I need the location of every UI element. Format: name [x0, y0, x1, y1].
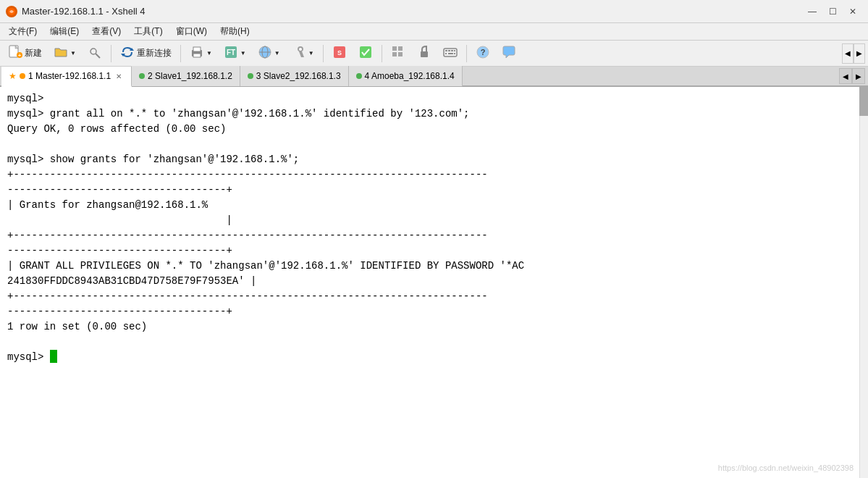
- tab-label-slave2: 3 Slave2_192.168.1.3: [256, 71, 341, 81]
- toolbar-right: ◀ ▶: [842, 43, 865, 64]
- tab-label-slave1: 2 Slave1_192.168.1.2: [148, 71, 232, 81]
- svg-rect-30: [445, 53, 447, 54]
- tools-btn[interactable]: ▼: [287, 43, 319, 64]
- tab-scroll-right[interactable]: ▶: [852, 68, 865, 84]
- tools-icon: [292, 45, 306, 62]
- terminal-content: mysql> mysql> grant all on *.* to 'zhang…: [7, 91, 861, 365]
- svg-rect-10: [193, 54, 201, 57]
- svg-rect-29: [454, 50, 455, 51]
- svg-rect-28: [451, 50, 453, 51]
- scripting-icon: S: [332, 45, 347, 62]
- window-title: Master-192.168.1.1 - Xshell 4: [22, 6, 146, 17]
- svg-rect-23: [398, 52, 403, 56]
- chat-btn[interactable]: [497, 43, 521, 64]
- dropdown-arrow-globe: ▼: [274, 50, 280, 56]
- dropdown-arrow-tools: ▼: [308, 50, 314, 56]
- grid-btn[interactable]: [386, 43, 410, 64]
- grid-icon: [391, 45, 405, 62]
- tab-label-master: 1 Master-192.168.1.1: [28, 71, 111, 81]
- menu-view[interactable]: 查看(V): [86, 24, 127, 39]
- dropdown-arrow-open: ▼: [70, 50, 76, 56]
- minimize-button[interactable]: —: [803, 4, 822, 19]
- new-label: 新建: [25, 47, 42, 59]
- scroll-right-btn[interactable]: ▶: [854, 43, 865, 64]
- scrollbar-thumb[interactable]: [859, 87, 868, 116]
- help-btn[interactable]: ?: [471, 43, 495, 64]
- close-button[interactable]: ✕: [843, 4, 862, 19]
- menu-help[interactable]: 帮助(H): [214, 24, 256, 39]
- lock-icon: [417, 45, 431, 62]
- svg-point-4: [90, 49, 96, 54]
- tab-amoeba[interactable]: 4 Amoeba_192.168.1.4: [349, 66, 463, 86]
- svg-rect-19: [360, 46, 371, 58]
- chat-icon: [502, 45, 516, 62]
- menu-bar: 文件(F) 编辑(E) 查看(V) 工具(T) 窗口(W) 帮助(H): [0, 23, 868, 41]
- tab-master[interactable]: ★ 1 Master-192.168.1.1 ✕: [1, 67, 132, 87]
- watermark: https://blog.csdn.net/weixin_48902398: [718, 464, 854, 472]
- svg-text:S: S: [337, 49, 342, 56]
- dropdown-arrow-transfer: ▼: [240, 50, 246, 56]
- svg-rect-21: [398, 46, 403, 51]
- tab-bar-right: ◀ ▶: [839, 68, 868, 84]
- globe-icon: [258, 45, 272, 62]
- svg-text:FT: FT: [227, 49, 235, 56]
- tab-label-amoeba: 4 Amoeba_192.168.1.4: [365, 71, 455, 81]
- maximize-button[interactable]: ☐: [823, 4, 842, 19]
- key-button[interactable]: [83, 43, 107, 64]
- tab-bar: ★ 1 Master-192.168.1.1 ✕ 2 Slave1_192.16…: [0, 67, 868, 87]
- svg-rect-31: [448, 53, 453, 54]
- separator-1: [111, 45, 111, 62]
- toolbar: + 新建 ▼ 重新连接: [0, 41, 868, 67]
- title-bar-left: Master-192.168.1.1 - Xshell 4: [6, 6, 146, 17]
- terminal-area[interactable]: mysql> mysql> grant all on *.* to 'zhang…: [0, 87, 868, 478]
- svg-rect-32: [454, 53, 455, 54]
- print-icon: [190, 45, 204, 62]
- svg-text:+: +: [18, 52, 22, 59]
- tab-dot-slave1: [139, 73, 145, 79]
- dropdown-arrow-print: ▼: [206, 50, 212, 56]
- svg-rect-20: [392, 46, 397, 51]
- reconnect-button[interactable]: 重新连接: [115, 43, 177, 64]
- tab-slave2[interactable]: 3 Slave2_192.168.1.3: [240, 66, 349, 86]
- svg-rect-22: [392, 52, 397, 56]
- globe-btn[interactable]: ▼: [253, 43, 285, 64]
- svg-rect-25: [444, 49, 457, 56]
- separator-2: [180, 45, 181, 62]
- terminal-cursor: [50, 350, 57, 363]
- scripting-btn[interactable]: S: [327, 43, 352, 64]
- tab-dot-master: [20, 73, 25, 79]
- app-icon: [6, 6, 17, 17]
- check-btn[interactable]: [353, 43, 378, 64]
- tab-dot-amoeba: [356, 73, 362, 79]
- separator-3: [323, 45, 324, 62]
- menu-edit[interactable]: 编辑(E): [44, 24, 85, 39]
- open-icon: [54, 45, 68, 62]
- menu-window[interactable]: 窗口(W): [170, 24, 213, 39]
- svg-text:?: ?: [480, 48, 485, 56]
- key-icon: [88, 45, 102, 62]
- svg-rect-27: [448, 50, 450, 51]
- menu-tools[interactable]: 工具(T): [128, 24, 168, 39]
- svg-rect-9: [193, 47, 201, 51]
- separator-5: [466, 45, 467, 62]
- check-icon: [358, 45, 373, 62]
- open-button[interactable]: ▼: [49, 43, 81, 64]
- reconnect-label: 重新连接: [137, 47, 172, 59]
- tab-close-master[interactable]: ✕: [114, 71, 124, 81]
- print-btn[interactable]: ▼: [185, 43, 217, 64]
- menu-file[interactable]: 文件(F): [3, 24, 43, 39]
- tab-slave1[interactable]: 2 Slave1_192.168.1.2: [132, 66, 240, 86]
- scrollbar[interactable]: [859, 87, 868, 478]
- scroll-left-btn[interactable]: ◀: [842, 43, 854, 64]
- window-controls: — ☐ ✕: [803, 4, 862, 19]
- keyboard-btn[interactable]: [438, 43, 463, 64]
- transfer-btn[interactable]: FT ▼: [219, 43, 251, 64]
- lock-btn[interactable]: [412, 43, 437, 64]
- svg-line-5: [96, 54, 100, 58]
- separator-4: [382, 45, 382, 62]
- reconnect-icon: [120, 45, 135, 62]
- new-button[interactable]: + 新建: [3, 43, 47, 64]
- tab-scroll-left[interactable]: ◀: [839, 68, 852, 84]
- title-bar: Master-192.168.1.1 - Xshell 4 — ☐ ✕: [0, 0, 868, 23]
- tab-star-icon: ★: [9, 71, 17, 81]
